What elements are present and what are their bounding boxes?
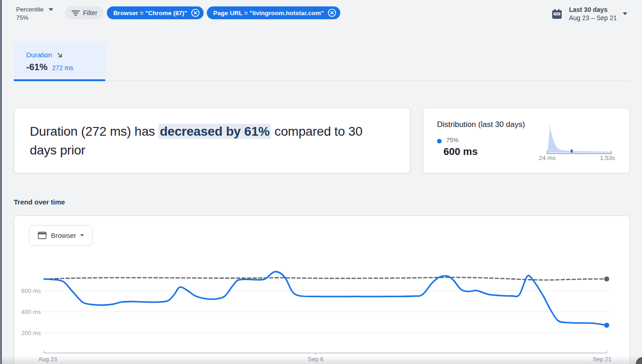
distribution-percentile: 75% <box>446 137 459 143</box>
trend-line-chart: 600 ms400 ms200 msAug 23Sep 6Sep 21 <box>14 216 631 364</box>
distribution-title: Distribution (last 30 days) <box>437 120 525 129</box>
svg-text:Sep 21: Sep 21 <box>592 356 611 363</box>
trend-down-right-arrow-icon <box>56 52 63 58</box>
filter-button[interactable]: Filter <box>65 6 104 19</box>
svg-text:200 ms: 200 ms <box>21 330 41 336</box>
percentile-selector[interactable]: Percentile 75% <box>16 6 53 22</box>
date-range-selector[interactable]: Last 30 days Aug 23 – Sep 21 <box>551 6 627 22</box>
chevron-down-icon <box>623 12 627 15</box>
distribution-axis: 24 ms 1.53s <box>539 154 615 161</box>
insight-text: Duration (272 ms) has decreased by 61% c… <box>30 122 391 160</box>
insight-card: Duration (272 ms) has decreased by 61% c… <box>14 108 410 173</box>
trend-chart-card: 600 ms400 ms200 msAug 23Sep 6Sep 21 Brow… <box>14 215 630 364</box>
axis-min-label: 24 ms <box>539 154 556 161</box>
chevron-down-icon <box>80 234 84 237</box>
cropped-corner-element <box>636 357 642 364</box>
filter-chip-page-url[interactable]: Page URL = "livingroom.hotstar.com" <box>207 6 340 19</box>
svg-text:Aug 23: Aug 23 <box>38 356 57 363</box>
tab-duration[interactable]: Duration -61% 272 ms <box>14 42 105 79</box>
filter-chip-label: Page URL = "livingroom.hotstar.com" <box>213 10 324 17</box>
filter-button-label: Filter <box>83 9 97 17</box>
distribution-card: Distribution (last 30 days) 75% 600 ms 2… <box>423 108 630 173</box>
filter-list-icon <box>72 10 80 16</box>
filter-chip-label: Browser = "Chrome (87)" <box>113 10 187 17</box>
percentile-value: 75% <box>16 14 44 22</box>
tab-divider <box>14 81 630 81</box>
filter-bar: Filter Browser = "Chrome (87)" Page URL … <box>65 6 340 19</box>
performance-dashboard: Percentile 75% Filter Browser = "Chrome … <box>0 0 642 364</box>
active-tab-indicator <box>14 79 105 81</box>
date-range-value: Aug 23 – Sep 21 <box>569 14 617 22</box>
svg-text:400 ms: 400 ms <box>21 309 41 315</box>
svg-text:Sep 6: Sep 6 <box>308 356 323 363</box>
trend-section-title: Trend over time <box>14 198 65 206</box>
tab-label: Duration <box>26 51 52 59</box>
insight-highlight: decreased by 61% <box>158 124 271 139</box>
close-icon <box>191 8 200 17</box>
svg-text:600 ms: 600 ms <box>21 287 41 294</box>
insight-prefix: Duration (272 ms) has <box>30 124 158 138</box>
axis-max-label: 1.53s <box>600 154 615 161</box>
filter-chip-browser[interactable]: Browser = "Chrome (87)" <box>107 6 204 19</box>
chevron-down-icon <box>49 8 53 11</box>
breakdown-dropdown-label: Browser <box>51 232 76 239</box>
breakdown-dropdown-button[interactable]: Browser <box>29 225 93 246</box>
chip-close-button[interactable] <box>327 8 337 17</box>
window-edge <box>0 0 2 364</box>
distribution-histogram <box>541 116 614 157</box>
tab-delta: -61% <box>26 62 48 72</box>
tab-value: 272 ms <box>52 64 73 72</box>
close-icon <box>327 8 337 17</box>
calendar-icon <box>551 8 563 20</box>
percentile-label: Percentile <box>16 6 44 14</box>
date-range-title: Last 30 days <box>569 6 617 14</box>
browser-window-icon <box>38 232 47 239</box>
chip-close-button[interactable] <box>191 8 200 17</box>
percentile-legend-dot <box>437 139 442 143</box>
distribution-value: 600 ms <box>443 146 478 158</box>
